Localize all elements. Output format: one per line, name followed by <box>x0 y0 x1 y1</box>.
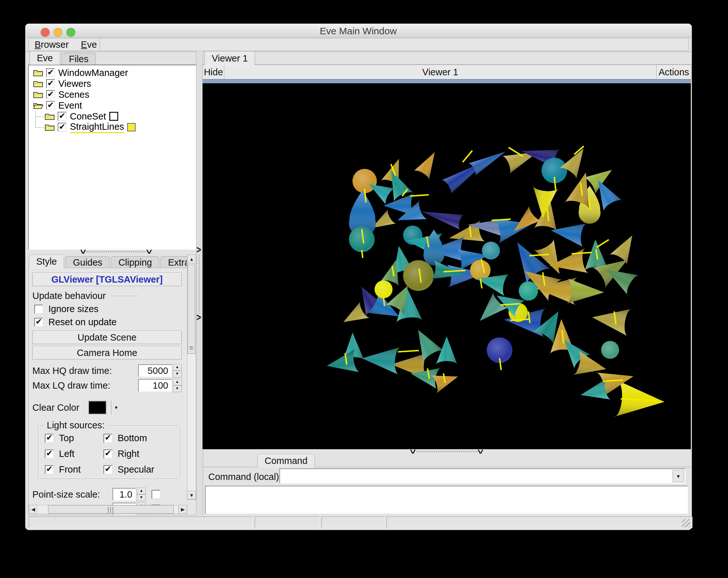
splitter-collapse-icon[interactable]: > <box>408 449 418 454</box>
spin-down-button[interactable]: ▼ <box>173 386 182 392</box>
render-marker-yellow[interactable] <box>127 123 135 131</box>
eve-tree: ✔WindowManager✔Viewers✔Scenes✔Event✔Cone… <box>29 65 197 133</box>
clear-color-dropdown-icon[interactable]: ▼ <box>114 405 119 410</box>
style-tab-bar: StyleGuidesClippingExtras <box>29 255 202 268</box>
tree-item-event[interactable]: ✔Event <box>29 100 197 111</box>
splitter-expand-icon[interactable]: > <box>197 312 201 322</box>
spin-value[interactable]: 1.0 <box>112 488 136 501</box>
scroll-down-button[interactable]: ▼ <box>187 491 196 499</box>
tree-item-windowmanager[interactable]: ✔WindowManager <box>29 67 197 78</box>
tree-item-viewers[interactable]: ✔Viewers <box>29 78 197 89</box>
camera-home-button[interactable]: Camera Home <box>32 346 182 360</box>
tree-item-label[interactable]: Scenes <box>58 89 89 100</box>
spin-up-button[interactable]: ▲ <box>137 488 146 494</box>
checkbox[interactable]: ✔ <box>45 449 54 458</box>
tab-eve[interactable]: Eve <box>29 51 60 65</box>
status-segment-3 <box>321 517 385 528</box>
check-mark: ✔ <box>46 434 53 442</box>
cone <box>566 278 605 305</box>
checkbox[interactable]: ✔ <box>104 465 112 474</box>
spin-value[interactable]: 100 <box>138 379 172 392</box>
light-specular[interactable]: ✔Specular <box>104 464 179 475</box>
splitter-expand-icon[interactable]: > <box>197 245 201 255</box>
check-mark: ✔ <box>46 465 53 473</box>
combo-dropdown-button[interactable]: ▼ <box>673 470 684 482</box>
viewer-viewport[interactable] <box>203 83 691 449</box>
tab-files[interactable]: Files <box>61 53 96 65</box>
spin-down-button[interactable]: ▼ <box>137 494 146 501</box>
tree-item-straightlines[interactable]: ✔StraightLines <box>29 122 197 133</box>
scroll-up-button[interactable]: ▲ <box>187 255 196 263</box>
folder-icon <box>44 123 55 132</box>
command-local-label: Command (local): <box>208 470 282 483</box>
checkbox[interactable]: ✔ <box>45 434 54 443</box>
check-mark: ✔ <box>59 123 66 131</box>
checkbox[interactable] <box>34 305 43 314</box>
left-splitter-dots[interactable] <box>86 251 148 252</box>
tree-item-checkbox[interactable]: ✔ <box>58 112 67 121</box>
checkbox[interactable]: ✔ <box>34 318 43 327</box>
tree-item-checkbox[interactable]: ✔ <box>46 101 55 110</box>
actions-button[interactable]: Actions <box>656 65 692 79</box>
tab-command[interactable]: Command <box>257 454 315 468</box>
main-vertical-splitter[interactable] <box>196 52 203 515</box>
checkbox[interactable]: ✔ <box>104 449 112 458</box>
light-top[interactable]: ✔Top <box>45 433 101 443</box>
gl-scene[interactable] <box>203 83 691 449</box>
clear-color-swatch[interactable] <box>88 401 106 414</box>
cone-disc <box>374 280 392 298</box>
tree-item-checkbox[interactable]: ✔ <box>46 90 55 99</box>
splitter-collapse-icon[interactable]: > <box>144 249 154 254</box>
tab-guides[interactable]: Guides <box>66 256 110 268</box>
clear-color-label: Clear Color <box>32 402 79 413</box>
command-splitter-dots[interactable] <box>417 451 477 452</box>
scale-apply-checkbox[interactable] <box>152 490 160 499</box>
option-reset-on-update[interactable]: ✔Reset on update <box>34 317 182 327</box>
resize-grip[interactable] <box>682 519 690 527</box>
tab-clipping[interactable]: Clipping <box>111 256 159 268</box>
tab-viewer-1[interactable]: Viewer 1 <box>204 52 255 65</box>
light-front[interactable]: ✔Front <box>45 464 101 475</box>
tree-item-label[interactable]: WindowManager <box>58 68 128 78</box>
command-input[interactable] <box>281 470 671 482</box>
light-bottom[interactable]: ✔Bottom <box>104 433 179 443</box>
tree-item-checkbox[interactable]: ✔ <box>46 79 55 88</box>
tree-item-label[interactable]: Event <box>58 100 82 111</box>
tree-item-label[interactable]: Viewers <box>58 79 91 89</box>
light-left[interactable]: ✔Left <box>45 449 101 459</box>
scroll-right-button[interactable]: ▶ <box>179 505 187 514</box>
window-titlebar[interactable]: Eve Main Window <box>25 24 691 37</box>
checkbox[interactable]: ✔ <box>45 465 54 474</box>
light-right[interactable]: ✔Right <box>104 449 179 459</box>
scroll-left-button[interactable]: ◀ <box>29 505 37 514</box>
tree-item-coneset[interactable]: ✔ConeSet <box>29 111 197 122</box>
hide-button[interactable]: Hide <box>203 65 224 79</box>
menu-group: BrowserEve <box>28 38 103 51</box>
checkbox[interactable]: ✔ <box>104 434 112 443</box>
straight-line <box>384 297 385 306</box>
update-scene-button[interactable]: Update Scene <box>32 331 182 344</box>
glviewer-editor-button[interactable]: GLViewer [TGLSAViewer] <box>32 273 182 286</box>
splitter-collapse-icon[interactable]: > <box>78 249 88 254</box>
render-marker-hollow[interactable] <box>109 112 118 121</box>
command-combobox[interactable]: ▼ <box>279 468 686 484</box>
spin-up-button[interactable]: ▲ <box>173 364 182 371</box>
spin-down-button[interactable]: ▼ <box>173 371 182 377</box>
spin-value[interactable]: 5000 <box>138 364 172 377</box>
tree-item-scenes[interactable]: ✔Scenes <box>29 89 197 100</box>
tree-item-label[interactable]: ConeSet <box>70 111 106 122</box>
style-hscrollbar-thumb[interactable]: ||| <box>48 505 174 514</box>
option-ignore-sizes[interactable]: Ignore sizes <box>34 304 182 314</box>
spin-up-button[interactable]: ▲ <box>173 379 182 386</box>
tab-style[interactable]: Style <box>29 255 64 268</box>
tree-item-checkbox[interactable]: ✔ <box>58 123 67 132</box>
style-vscrollbar-thumb[interactable]: ≡ <box>187 265 195 354</box>
splitter-collapse-icon[interactable]: > <box>475 449 486 454</box>
tree-item-checkbox[interactable]: ✔ <box>46 68 55 77</box>
menu-eve[interactable]: Eve <box>81 40 97 50</box>
check-mark: ✔ <box>46 449 53 457</box>
tree-item-label[interactable]: StraightLines <box>70 122 124 133</box>
command-output-area[interactable] <box>205 486 688 514</box>
cone <box>609 230 641 266</box>
menu-browser[interactable]: Browser <box>34 40 69 50</box>
